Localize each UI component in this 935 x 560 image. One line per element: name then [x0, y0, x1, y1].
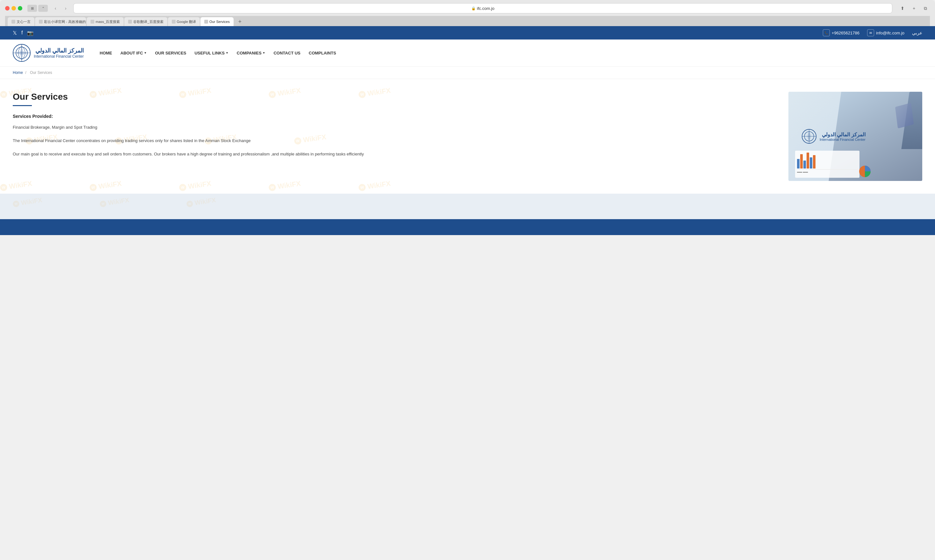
chevron-down-icon: ▼ [226, 51, 228, 54]
bar [803, 160, 806, 169]
paragraph1: The International Financial Center conce… [13, 137, 776, 144]
nav-useful-links[interactable]: USEFUL LINKS ▼ [191, 49, 231, 57]
chart-documents: ▬▬ ▬▬ [795, 146, 875, 178]
contact-info: 📞 +96265621786 ✉ info@ifc.com.jo عربي [823, 29, 922, 36]
nav-contact[interactable]: CONTACT US [270, 49, 303, 57]
image-logo: المركز المالي الدولي International Finan… [802, 129, 866, 144]
traffic-lights [5, 6, 22, 11]
back-button[interactable]: ‹ [51, 4, 60, 13]
browser-chrome: ⊞ ⌃ ‹ › 🔒 ifc.com.jo ⬆ + ⧉ 文心一言 彩云小译官网 -… [0, 0, 935, 26]
nav-companies[interactable]: COMPANIES ▼ [234, 49, 269, 57]
tab-6-active[interactable]: Our Services [200, 17, 234, 26]
tab-1[interactable]: 文心一言 [8, 17, 34, 26]
pie-chart [858, 165, 871, 178]
window-btn[interactable]: ⌃ [38, 5, 48, 12]
tab-favicon [204, 20, 208, 23]
forward-button[interactable]: › [61, 4, 70, 13]
content-right: ▬▬ ▬▬ [789, 92, 922, 181]
tab-favicon [128, 20, 132, 23]
service-image: ▬▬ ▬▬ [789, 92, 922, 181]
tab-favicon [91, 20, 94, 23]
arabic-language-link[interactable]: عربي [912, 30, 922, 35]
maximize-button[interactable] [18, 6, 22, 11]
email-contact: ✉ info@ifc.com.jo [867, 29, 904, 36]
logo-icon [13, 44, 31, 62]
browser-toolbar: ⊞ ⌃ ‹ › 🔒 ifc.com.jo ⬆ + ⧉ [5, 3, 930, 13]
tab-favicon [172, 20, 176, 23]
chart-paper-1: ▬▬ ▬▬ [795, 151, 860, 178]
tab-3[interactable]: mass_百度搜索 [87, 17, 124, 26]
bar [800, 154, 803, 169]
breadcrumb-home-link[interactable]: Home [13, 71, 23, 75]
window-controls: ⊞ ⌃ [28, 5, 48, 12]
image-logo-icon [802, 129, 816, 144]
image-logo-english: International Financial Center [819, 138, 866, 142]
tab-label: Google 翻译 [177, 19, 196, 24]
nav-buttons: ‹ › [51, 4, 70, 13]
footer [0, 219, 935, 235]
tab-favicon [39, 20, 43, 23]
nav-services[interactable]: OUR SERVICES [152, 49, 189, 57]
image-logo-text: المركز المالي الدولي International Finan… [819, 132, 866, 142]
instagram-icon[interactable]: 📷 [27, 30, 34, 36]
social-icons: 𝕏 f 📷 [13, 30, 34, 36]
logo-text: المركز المالي الدولي International Finan… [34, 47, 84, 58]
tab-5[interactable]: Google 翻译 [168, 17, 200, 26]
nav-about-label: ABOUT IFC [120, 51, 143, 55]
browser-actions: ⬆ + ⧉ [898, 4, 930, 13]
nav-home[interactable]: HOME [97, 49, 116, 57]
main-content: WWikiFX WWikiFX WWikiFX WWikiFX WWikiFX … [0, 79, 935, 194]
content-left: Our Services Services Provided: Financia… [13, 92, 776, 181]
tab-favicon [11, 20, 15, 23]
nav-menu: HOME ABOUT IFC ▼ OUR SERVICES USEFUL LIN… [97, 49, 922, 57]
tab-4[interactable]: 谷歌翻译_百度搜索 [124, 17, 167, 26]
tab-label: 彩云小译官网 - 高效准确的翻译... [44, 19, 86, 24]
twitter-icon[interactable]: 𝕏 [13, 30, 17, 36]
content-area: Our Services Services Provided: Financia… [13, 92, 922, 181]
chevron-down-icon: ▼ [144, 51, 147, 54]
bar [813, 155, 815, 169]
tabs-overview-icon[interactable]: ⧉ [921, 4, 930, 13]
pie-svg [858, 165, 871, 178]
share-icon[interactable]: ⬆ [898, 4, 907, 13]
tab-label: mass_百度搜索 [96, 19, 120, 24]
bar [797, 159, 799, 169]
minimize-button[interactable] [11, 6, 16, 11]
logo-arabic-text: المركز المالي الدولي [34, 47, 84, 54]
service-name-text: Financial Brokerage, Margin and Spot Tra… [13, 124, 776, 131]
logo-english-text: International Financial Center [34, 54, 84, 58]
facebook-icon[interactable]: f [22, 30, 23, 36]
nav-companies-label: COMPANIES [237, 51, 262, 55]
new-tab-button[interactable]: + [236, 17, 245, 26]
top-bar: 𝕏 f 📷 📞 +96265621786 ✉ info@ifc.com.jo ع… [0, 26, 935, 40]
arm-silhouette [895, 103, 914, 129]
breadcrumb: Home / Our Services [13, 71, 922, 75]
title-underline [13, 105, 32, 106]
close-button[interactable] [5, 6, 9, 11]
tabs-bar: 文心一言 彩云小译官网 - 高效准确的翻译... mass_百度搜索 谷歌翻译_… [5, 16, 930, 26]
nav-about[interactable]: ABOUT IFC ▼ [117, 49, 150, 57]
email-icon: ✉ [867, 29, 874, 36]
sidebar-toggle[interactable]: ⊞ [28, 5, 37, 12]
chevron-down-icon: ▼ [263, 51, 265, 54]
navbar: المركز المالي الدولي International Finan… [0, 40, 935, 66]
nav-complaints[interactable]: COMPLAINTS [306, 49, 339, 57]
bar [807, 152, 809, 169]
breadcrumb-separator: / [25, 71, 26, 75]
bar-chart [797, 152, 858, 169]
tab-2[interactable]: 彩云小译官网 - 高效准确的翻译... [35, 17, 86, 26]
email-address: info@ifc.com.jo [876, 31, 904, 35]
bg-section: WWikiFX WWikiFX WWikiFX [0, 194, 935, 219]
phone-contact: 📞 +96265621786 [823, 29, 860, 36]
breadcrumb-bar: Home / Our Services [0, 66, 935, 79]
tab-label: 文心一言 [17, 19, 31, 24]
address-bar[interactable]: 🔒 ifc.com.jo [73, 3, 892, 13]
new-tab-icon[interactable]: + [909, 4, 918, 13]
phone-number: +96265621786 [832, 31, 860, 35]
url-text: ifc.com.jo [477, 6, 494, 11]
services-provided-label: Services Provided: [13, 114, 776, 119]
image-logo-arabic: المركز المالي الدولي [819, 132, 866, 138]
chart-label: ▬▬ ▬▬ [797, 171, 858, 173]
tab-label: 谷歌翻译_百度搜索 [133, 19, 163, 24]
logo-area: المركز المالي الدولي International Finan… [13, 44, 84, 62]
